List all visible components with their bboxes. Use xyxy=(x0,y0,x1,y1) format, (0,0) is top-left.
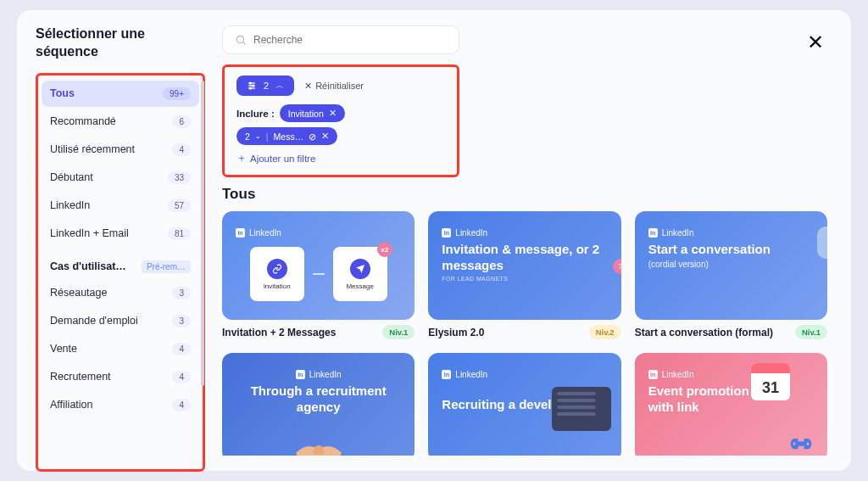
count-badge: 6 xyxy=(172,115,191,128)
section-heading: Tous xyxy=(222,186,832,203)
sidebar-item-label: Recommandé xyxy=(50,115,116,127)
sequence-card[interactable]: inLinkedIn Recruiting a developer xyxy=(428,353,620,456)
modal-title: Sélectionner une séquence xyxy=(36,25,205,61)
count-badge: 4 xyxy=(172,371,191,383)
search-icon xyxy=(235,34,247,46)
chip-prefix: 2 xyxy=(245,131,250,142)
sidebar-item-linkedin-email[interactable]: LinkedIn + Email 81 xyxy=(42,221,199,247)
linkedin-icon: in xyxy=(648,370,658,379)
card-title: Elysium 2.0 xyxy=(428,327,484,338)
sidebar-item-label: LinkedIn + Email xyxy=(50,227,129,239)
sidebar-item-recent[interactable]: Utilisé récemment 4 xyxy=(42,137,199,163)
sidebar-item-label: Tous xyxy=(50,87,75,99)
card-preview: inLinkedIn Invitation x2 Message xyxy=(222,211,415,320)
sidebar-item-debutant[interactable]: Débutant 33 xyxy=(42,165,199,191)
linkedin-tag: inLinkedIn xyxy=(442,228,487,238)
linkedin-icon: in xyxy=(442,228,451,238)
reset-filters-button[interactable]: ✕ Réinitialiser xyxy=(304,81,364,92)
filter-chip-message[interactable]: 2⌄ | Mess… ⊘ ✕ xyxy=(236,127,337,145)
sequence-card[interactable]: inLinkedIn Invitation x2 Message xyxy=(222,211,415,339)
include-label: Inclure : xyxy=(236,109,275,119)
sidebar-item-label: Utilisé récemment xyxy=(50,143,135,155)
linkedin-tag: inLinkedIn xyxy=(648,370,694,379)
search-bar[interactable] xyxy=(222,25,459,54)
card-preview: inLinkedIn Event promotion with link 31 xyxy=(635,353,827,456)
svg-rect-8 xyxy=(795,442,807,446)
sidebar-item-recommande[interactable]: Recommandé 6 xyxy=(42,109,199,135)
sequence-card[interactable]: inLinkedIn Start a conversation (cordial… xyxy=(635,211,827,339)
filter-chip-invitation[interactable]: Invitation ✕ xyxy=(280,104,345,122)
count-badge: 33 xyxy=(168,171,191,184)
sidebar-item-linkedin[interactable]: LinkedIn 57 xyxy=(42,193,199,219)
sidebar-item-label: Recrutement xyxy=(50,371,111,383)
add-filter-button[interactable]: ＋ Ajouter un filtre xyxy=(236,152,445,165)
add-filter-label: Ajouter un filtre xyxy=(250,154,315,164)
calendar-icon: 31 xyxy=(751,363,790,400)
sidebar-item-affiliation[interactable]: Affiliation 4 xyxy=(42,392,199,418)
close-icon[interactable]: ✕ xyxy=(807,31,824,54)
card-small: FOR LEAD MAGNETS xyxy=(442,276,607,282)
level-badge: Niv.1 xyxy=(795,325,827,339)
card-headline: Through a recruitment agency xyxy=(236,383,401,416)
card-headline: Event promotion with link xyxy=(648,383,750,416)
card-title: Invitation + 2 Messages xyxy=(222,327,336,338)
svg-point-6 xyxy=(253,85,254,87)
sequence-card[interactable]: inLinkedIn Invitation & message, or 2 me… xyxy=(428,211,620,339)
svg-point-5 xyxy=(250,82,252,84)
card-preview: inLinkedIn Invitation & message, or 2 me… xyxy=(428,211,620,320)
close-icon: ✕ xyxy=(304,81,312,92)
section-label: Cas d'utilisat… xyxy=(50,260,126,272)
card-headline: Start a conversation xyxy=(648,242,814,258)
linkedin-tag: inLinkedIn xyxy=(236,228,281,238)
count-badge: 3 xyxy=(172,315,191,327)
svg-point-7 xyxy=(250,87,252,89)
reset-label: Réinitialiser xyxy=(315,81,364,91)
linkedin-tag: inLinkedIn xyxy=(296,370,342,379)
count-badge: 99+ xyxy=(163,87,191,100)
level-badge: Niv.2 xyxy=(589,325,621,339)
filter-count-button[interactable]: 2 ︿ xyxy=(236,76,294,96)
count-badge: 3 xyxy=(172,287,191,299)
sidebar-item-reseautage[interactable]: Réseautage 3 xyxy=(42,280,199,306)
count-badge: 4 xyxy=(172,143,191,156)
search-input[interactable] xyxy=(253,34,447,46)
chevron-up-icon: ︿ xyxy=(275,80,284,92)
sidebar-item-tous[interactable]: Tous 99+ xyxy=(42,81,199,107)
close-icon[interactable]: ✕ xyxy=(329,108,337,119)
card-preview: inLinkedIn Through a recruitment agency xyxy=(222,353,415,456)
sidebar-item-label: Débutant xyxy=(50,171,93,183)
count-badge: 4 xyxy=(172,399,191,411)
x2-badge: x2 xyxy=(377,242,392,257)
sidebar-item-recrutement[interactable]: Recrutement 4 xyxy=(42,364,199,390)
sidebar-item-demande-emploi[interactable]: Demande d'emploi 3 xyxy=(42,308,199,334)
close-icon[interactable]: ✕ xyxy=(321,131,329,142)
filter-count: 2 xyxy=(264,81,269,91)
card-title: Start a conversation (formal) xyxy=(635,327,773,338)
chip-label: Invitation xyxy=(288,109,324,119)
chip-label: Mess… xyxy=(274,131,304,142)
linkedin-icon: in xyxy=(648,228,658,238)
linkedin-icon: in xyxy=(236,228,245,238)
link-icon xyxy=(783,433,819,455)
sidebar-section-header: Cas d'utilisat… Pré-rem… xyxy=(42,249,199,280)
sequence-selector-modal: ✕ Sélectionner une séquence Tous 99+ Rec… xyxy=(17,10,851,471)
sidebar-item-label: Demande d'emploi xyxy=(50,315,138,327)
count-badge: 81 xyxy=(168,227,191,240)
sequence-card[interactable]: inLinkedIn Through a recruitment agency xyxy=(222,353,415,456)
card-headline: Invitation & message, or 2 messages xyxy=(442,242,607,274)
browser-window-icon xyxy=(552,387,611,431)
plus-icon: ＋ xyxy=(236,152,247,165)
block-icon: ⊘ xyxy=(309,131,316,142)
sequence-card[interactable]: inLinkedIn Event promotion with link 31 xyxy=(635,353,827,456)
sliders-icon xyxy=(247,81,257,91)
sidebar-item-label: Réseautage xyxy=(50,287,107,299)
sidebar-item-label: Vente xyxy=(50,343,77,355)
svg-point-0 xyxy=(236,36,243,42)
sidebar-scrollbar[interactable] xyxy=(201,81,204,386)
level-badge: Niv.1 xyxy=(382,325,415,339)
flow-step-message: x2 Message xyxy=(333,247,387,301)
flow-step-invitation: Invitation xyxy=(250,247,304,301)
count-badge: 57 xyxy=(168,199,191,212)
card-grid: inLinkedIn Invitation x2 Message xyxy=(222,211,832,456)
sidebar-item-vente[interactable]: Vente 4 xyxy=(42,336,199,362)
